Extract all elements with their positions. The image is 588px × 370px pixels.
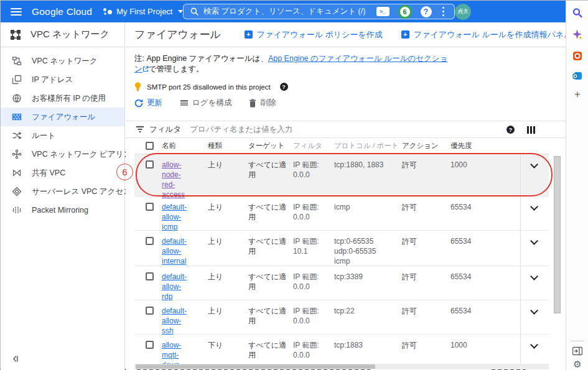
row-checkbox[interactable] (146, 160, 154, 169)
rule-protocol: tcp:1880, 1883 (334, 154, 402, 200)
refresh-label: 更新 (147, 98, 162, 108)
filter-icon (136, 126, 144, 133)
page-title: ファイアウォール (134, 27, 221, 42)
more-menu-icon[interactable] (441, 7, 447, 17)
plus-icon: + (245, 30, 253, 39)
external-link-icon (142, 66, 149, 72)
vertical-scrollbar[interactable] (554, 156, 561, 313)
row-checkbox[interactable] (146, 272, 154, 280)
sidebar-item-vpc-peering[interactable]: VPC ネットワーク ピアリング (1, 145, 124, 164)
app-engine-firewall-link[interactable]: App Engine のファイアウォール ルールのセクショ (268, 54, 447, 63)
settings-icon[interactable]: ⚙ (573, 359, 581, 370)
row-checkbox[interactable] (146, 307, 154, 315)
rule-target: すべてに適用 (248, 266, 293, 302)
collapse-sidebar-icon[interactable] (11, 354, 19, 366)
logo-text: Google Cloud (32, 6, 92, 17)
sidebar-item-ip-addresses[interactable]: IP アドレス (1, 70, 124, 89)
col-target[interactable]: ターゲット (248, 141, 293, 150)
notifications-badge[interactable]: 6 (398, 5, 412, 19)
routes-icon (12, 131, 22, 141)
sidebar-item-shared-vpc[interactable]: 共有 VPC (1, 164, 124, 182)
open-panel-icon[interactable] (572, 346, 583, 358)
horizontal-scrollbar-thumb[interactable] (136, 364, 375, 369)
filter-help-icon[interactable]: ? (506, 126, 515, 134)
expand-row-button[interactable] (520, 266, 548, 302)
show-info-panel-button[interactable]: 情報パネルを表示 (531, 29, 566, 40)
smtp-help-icon[interactable]: ? (280, 83, 288, 91)
chevron-down-icon (530, 341, 538, 349)
rule-action: 許可 (402, 154, 450, 200)
col-priority[interactable]: 優先度 (450, 141, 520, 150)
office-icon[interactable] (572, 51, 582, 63)
expand-row-button[interactable] (520, 197, 548, 232)
rule-priority: 1000 (450, 154, 520, 200)
table-row-allow-node-red-access[interactable]: allow- node- red- access 上り すべてに適用 IP 範囲… (134, 154, 549, 197)
add-sidebar-item-icon[interactable]: + (574, 88, 581, 101)
column-display-icon[interactable] (527, 126, 535, 134)
rule-priority: 65534 (450, 300, 520, 336)
sidebar-title: VPC ネットワーク (30, 29, 110, 40)
rule-target: すべてに適用 (248, 197, 293, 232)
rule-target: すべてに適用 (248, 231, 293, 266)
sidebar-item-packet-mirroring[interactable]: Packet Mirroring (1, 201, 124, 220)
col-action[interactable]: アクション (402, 141, 450, 150)
menu-icon[interactable] (11, 8, 22, 16)
expand-row-button[interactable] (520, 300, 548, 336)
row-checkbox[interactable] (146, 203, 154, 211)
row-checkbox[interactable] (146, 237, 154, 245)
app-engine-firewall-link[interactable]: ン (134, 65, 149, 73)
rule-name-link[interactable]: allow- node- red- access (162, 154, 208, 200)
smtp-warning-text: SMTP port 25 disallowed in this project (147, 83, 271, 91)
page-header: ファイアウォール + ファイアウォール ポリシーを作成 + ファイアウォール ル… (126, 22, 566, 47)
avatar[interactable]: 貞夫 (455, 4, 471, 20)
col-type[interactable]: 種類 (208, 141, 248, 150)
col-protocol[interactable]: プロトコル / ポート (334, 141, 402, 150)
table-row-default-allow-rdp[interactable]: default- allow- rdp 上り すべてに適用 IP 範囲: 0.0… (134, 266, 549, 300)
col-name[interactable]: 名前 (162, 141, 208, 150)
table-row-default-allow-ssh[interactable]: default- allow- ssh 上り すべてに適用 IP 範囲: 0.0… (134, 300, 549, 335)
rule-name-link[interactable]: default- allow- rdp (162, 266, 208, 302)
rule-name-link[interactable]: default- allow- icmp (162, 197, 208, 232)
filter-bar[interactable]: フィルタ プロパティ名または値を入力 ? (126, 121, 566, 138)
col-filter[interactable]: フィルタ (293, 141, 334, 150)
rule-priority: 65534 (450, 266, 520, 302)
rule-name-link[interactable]: default- allow- ssh (162, 300, 208, 336)
smtp-warning: SMTP port 25 disallowed in this project … (134, 82, 288, 91)
outlook-icon[interactable] (572, 71, 582, 83)
sidebar-item-routes[interactable]: ルート (1, 126, 124, 145)
table-row-default-allow-icmp[interactable]: default- allow- icmp 上り すべてに適用 IP 範囲: 0.… (134, 197, 549, 231)
table-row-default-allow-internal[interactable]: default- allow- internal 上り すべてに適用 IP 範囲… (134, 231, 549, 266)
annotation-number: 6 (116, 164, 133, 180)
browser-search-icon[interactable] (572, 7, 583, 21)
row-checkbox[interactable] (146, 341, 154, 349)
rule-filter: IP 範囲: 0.0.0 (293, 300, 334, 336)
delete-button[interactable]: 削除 (249, 98, 276, 108)
sidebar-item-label: ファイアウォール (32, 112, 95, 123)
plus-icon: + (401, 30, 409, 39)
expand-row-button[interactable] (520, 154, 548, 200)
refresh-button[interactable]: 更新 (134, 98, 162, 108)
sidebar-item-vpc-networks[interactable]: VPC ネットワーク (1, 52, 124, 70)
peering-icon (12, 149, 22, 159)
rule-type: 上り (208, 197, 248, 232)
select-all-checkbox[interactable] (146, 142, 154, 150)
sidebar-item-byoip[interactable]: お客様所有 IP の使用 (1, 89, 124, 108)
help-icon[interactable]: ? (421, 6, 432, 17)
note-suffix: で管理します。 (149, 65, 204, 73)
create-firewall-policy-button[interactable]: + ファイアウォール ポリシーを作成 (245, 29, 383, 40)
configure-logs-button[interactable]: ログを構成 (180, 98, 231, 108)
create-firewall-rule-button[interactable]: + ファイアウォール ルールを作成 (401, 29, 531, 40)
gcp-topbar: Google Cloud My First Project 検索 プロダクト、リ… (1, 1, 566, 22)
expand-row-button[interactable] (520, 231, 548, 266)
project-picker[interactable]: My First Project (103, 7, 183, 16)
sidebar-item-serverless-vpc[interactable]: サーバーレス VPC アクセス (1, 182, 124, 201)
rule-filter: IP 範囲: 0.0.0 (293, 197, 334, 232)
sidebar-item-firewall[interactable]: ファイアウォール (1, 108, 124, 126)
search-placeholder: 検索 プロダクト、リソース、ドキュメント (/) (203, 6, 365, 17)
google-cloud-logo[interactable]: Google Cloud (32, 6, 92, 17)
cloud-shell-icon[interactable]: >_ (376, 7, 390, 16)
rule-name-link[interactable]: default- allow- internal (162, 231, 208, 266)
copilot-icon[interactable] (572, 29, 583, 42)
filter-input[interactable]: プロパティ名または値を入力 (190, 124, 292, 135)
horizontal-scrollbar-track[interactable] (134, 364, 549, 369)
